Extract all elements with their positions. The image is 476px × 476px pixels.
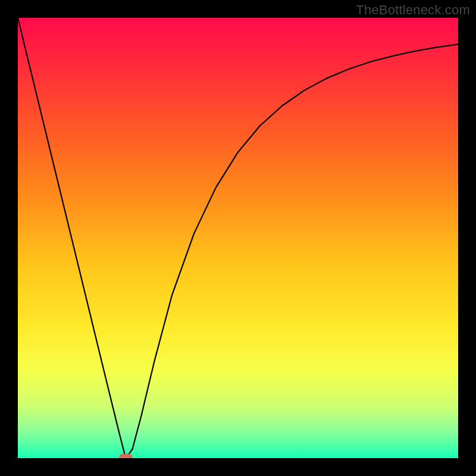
chart-frame: TheBottleneck.com (0, 0, 476, 476)
chart-svg (18, 18, 458, 458)
watermark-text: TheBottleneck.com (356, 2, 470, 18)
marker-min-point (119, 454, 132, 458)
plot-area (18, 18, 458, 458)
gradient-background (18, 18, 458, 458)
